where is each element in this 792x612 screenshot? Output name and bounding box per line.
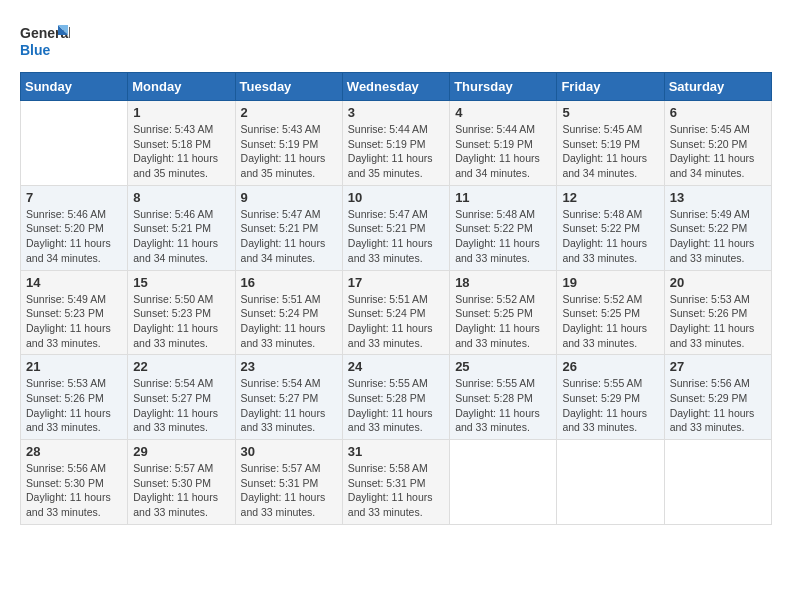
calendar-cell: 29Sunrise: 5:57 AM Sunset: 5:30 PM Dayli… (128, 440, 235, 525)
day-number: 24 (348, 359, 444, 374)
day-number: 25 (455, 359, 551, 374)
week-row-4: 21Sunrise: 5:53 AM Sunset: 5:26 PM Dayli… (21, 355, 772, 440)
calendar-cell: 15Sunrise: 5:50 AM Sunset: 5:23 PM Dayli… (128, 270, 235, 355)
day-info: Sunrise: 5:57 AM Sunset: 5:30 PM Dayligh… (133, 461, 229, 520)
calendar-header-row: SundayMondayTuesdayWednesdayThursdayFrid… (21, 73, 772, 101)
day-info: Sunrise: 5:56 AM Sunset: 5:30 PM Dayligh… (26, 461, 122, 520)
day-number: 2 (241, 105, 337, 120)
column-header-thursday: Thursday (450, 73, 557, 101)
day-info: Sunrise: 5:52 AM Sunset: 5:25 PM Dayligh… (455, 292, 551, 351)
day-info: Sunrise: 5:58 AM Sunset: 5:31 PM Dayligh… (348, 461, 444, 520)
day-number: 13 (670, 190, 766, 205)
day-number: 22 (133, 359, 229, 374)
day-info: Sunrise: 5:57 AM Sunset: 5:31 PM Dayligh… (241, 461, 337, 520)
day-info: Sunrise: 5:47 AM Sunset: 5:21 PM Dayligh… (241, 207, 337, 266)
day-number: 1 (133, 105, 229, 120)
day-info: Sunrise: 5:55 AM Sunset: 5:29 PM Dayligh… (562, 376, 658, 435)
calendar-cell (450, 440, 557, 525)
calendar-cell: 8Sunrise: 5:46 AM Sunset: 5:21 PM Daylig… (128, 185, 235, 270)
calendar-cell: 25Sunrise: 5:55 AM Sunset: 5:28 PM Dayli… (450, 355, 557, 440)
day-number: 6 (670, 105, 766, 120)
day-number: 18 (455, 275, 551, 290)
day-info: Sunrise: 5:48 AM Sunset: 5:22 PM Dayligh… (455, 207, 551, 266)
day-number: 29 (133, 444, 229, 459)
day-info: Sunrise: 5:45 AM Sunset: 5:20 PM Dayligh… (670, 122, 766, 181)
day-number: 14 (26, 275, 122, 290)
day-number: 4 (455, 105, 551, 120)
day-info: Sunrise: 5:44 AM Sunset: 5:19 PM Dayligh… (348, 122, 444, 181)
day-number: 31 (348, 444, 444, 459)
column-header-saturday: Saturday (664, 73, 771, 101)
calendar-cell: 26Sunrise: 5:55 AM Sunset: 5:29 PM Dayli… (557, 355, 664, 440)
calendar-cell: 6Sunrise: 5:45 AM Sunset: 5:20 PM Daylig… (664, 101, 771, 186)
logo: GeneralBlue (20, 20, 70, 62)
day-number: 3 (348, 105, 444, 120)
day-info: Sunrise: 5:49 AM Sunset: 5:23 PM Dayligh… (26, 292, 122, 351)
day-info: Sunrise: 5:44 AM Sunset: 5:19 PM Dayligh… (455, 122, 551, 181)
calendar-cell: 28Sunrise: 5:56 AM Sunset: 5:30 PM Dayli… (21, 440, 128, 525)
day-number: 19 (562, 275, 658, 290)
calendar-cell: 31Sunrise: 5:58 AM Sunset: 5:31 PM Dayli… (342, 440, 449, 525)
calendar-cell (557, 440, 664, 525)
day-number: 30 (241, 444, 337, 459)
day-number: 23 (241, 359, 337, 374)
day-number: 15 (133, 275, 229, 290)
day-info: Sunrise: 5:46 AM Sunset: 5:21 PM Dayligh… (133, 207, 229, 266)
calendar-table: SundayMondayTuesdayWednesdayThursdayFrid… (20, 72, 772, 525)
column-header-sunday: Sunday (21, 73, 128, 101)
day-number: 12 (562, 190, 658, 205)
calendar-cell: 5Sunrise: 5:45 AM Sunset: 5:19 PM Daylig… (557, 101, 664, 186)
day-info: Sunrise: 5:51 AM Sunset: 5:24 PM Dayligh… (348, 292, 444, 351)
day-info: Sunrise: 5:50 AM Sunset: 5:23 PM Dayligh… (133, 292, 229, 351)
calendar-cell: 22Sunrise: 5:54 AM Sunset: 5:27 PM Dayli… (128, 355, 235, 440)
calendar-cell (21, 101, 128, 186)
day-number: 9 (241, 190, 337, 205)
calendar-cell: 19Sunrise: 5:52 AM Sunset: 5:25 PM Dayli… (557, 270, 664, 355)
calendar-cell: 10Sunrise: 5:47 AM Sunset: 5:21 PM Dayli… (342, 185, 449, 270)
calendar-cell: 1Sunrise: 5:43 AM Sunset: 5:18 PM Daylig… (128, 101, 235, 186)
week-row-1: 1Sunrise: 5:43 AM Sunset: 5:18 PM Daylig… (21, 101, 772, 186)
day-info: Sunrise: 5:49 AM Sunset: 5:22 PM Dayligh… (670, 207, 766, 266)
day-number: 28 (26, 444, 122, 459)
column-header-monday: Monday (128, 73, 235, 101)
day-number: 26 (562, 359, 658, 374)
week-row-3: 14Sunrise: 5:49 AM Sunset: 5:23 PM Dayli… (21, 270, 772, 355)
day-number: 8 (133, 190, 229, 205)
calendar-cell: 4Sunrise: 5:44 AM Sunset: 5:19 PM Daylig… (450, 101, 557, 186)
day-info: Sunrise: 5:48 AM Sunset: 5:22 PM Dayligh… (562, 207, 658, 266)
day-number: 21 (26, 359, 122, 374)
calendar-cell: 13Sunrise: 5:49 AM Sunset: 5:22 PM Dayli… (664, 185, 771, 270)
day-number: 10 (348, 190, 444, 205)
calendar-cell: 27Sunrise: 5:56 AM Sunset: 5:29 PM Dayli… (664, 355, 771, 440)
day-number: 16 (241, 275, 337, 290)
day-info: Sunrise: 5:54 AM Sunset: 5:27 PM Dayligh… (241, 376, 337, 435)
day-info: Sunrise: 5:51 AM Sunset: 5:24 PM Dayligh… (241, 292, 337, 351)
column-header-friday: Friday (557, 73, 664, 101)
calendar-cell: 21Sunrise: 5:53 AM Sunset: 5:26 PM Dayli… (21, 355, 128, 440)
day-info: Sunrise: 5:43 AM Sunset: 5:18 PM Dayligh… (133, 122, 229, 181)
calendar-cell: 14Sunrise: 5:49 AM Sunset: 5:23 PM Dayli… (21, 270, 128, 355)
day-number: 17 (348, 275, 444, 290)
week-row-2: 7Sunrise: 5:46 AM Sunset: 5:20 PM Daylig… (21, 185, 772, 270)
page-header: GeneralBlue (20, 20, 772, 62)
calendar-cell: 11Sunrise: 5:48 AM Sunset: 5:22 PM Dayli… (450, 185, 557, 270)
day-number: 5 (562, 105, 658, 120)
calendar-cell: 3Sunrise: 5:44 AM Sunset: 5:19 PM Daylig… (342, 101, 449, 186)
calendar-cell: 16Sunrise: 5:51 AM Sunset: 5:24 PM Dayli… (235, 270, 342, 355)
day-number: 11 (455, 190, 551, 205)
day-info: Sunrise: 5:45 AM Sunset: 5:19 PM Dayligh… (562, 122, 658, 181)
day-info: Sunrise: 5:55 AM Sunset: 5:28 PM Dayligh… (455, 376, 551, 435)
day-number: 7 (26, 190, 122, 205)
day-info: Sunrise: 5:52 AM Sunset: 5:25 PM Dayligh… (562, 292, 658, 351)
calendar-cell: 12Sunrise: 5:48 AM Sunset: 5:22 PM Dayli… (557, 185, 664, 270)
week-row-5: 28Sunrise: 5:56 AM Sunset: 5:30 PM Dayli… (21, 440, 772, 525)
day-info: Sunrise: 5:56 AM Sunset: 5:29 PM Dayligh… (670, 376, 766, 435)
day-info: Sunrise: 5:53 AM Sunset: 5:26 PM Dayligh… (670, 292, 766, 351)
calendar-cell: 23Sunrise: 5:54 AM Sunset: 5:27 PM Dayli… (235, 355, 342, 440)
day-number: 20 (670, 275, 766, 290)
calendar-cell (664, 440, 771, 525)
calendar-cell: 24Sunrise: 5:55 AM Sunset: 5:28 PM Dayli… (342, 355, 449, 440)
calendar-cell: 20Sunrise: 5:53 AM Sunset: 5:26 PM Dayli… (664, 270, 771, 355)
column-header-tuesday: Tuesday (235, 73, 342, 101)
calendar-cell: 9Sunrise: 5:47 AM Sunset: 5:21 PM Daylig… (235, 185, 342, 270)
